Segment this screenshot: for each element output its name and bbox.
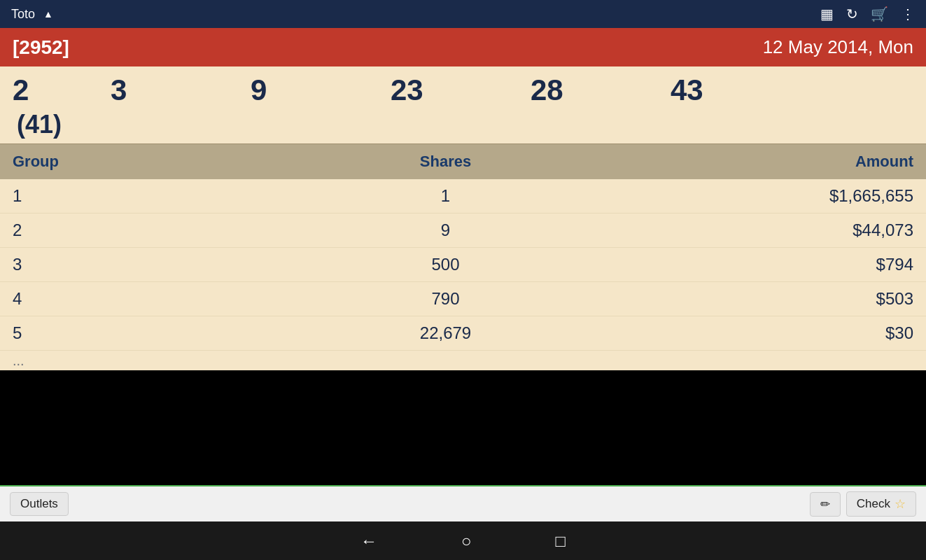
number-4: 23 — [391, 74, 531, 107]
action-bar: Outlets ✏ Check ☆ — [0, 485, 926, 522]
table-row-partial: ... — [0, 351, 926, 370]
menu-icon[interactable]: ⋮ — [901, 6, 915, 22]
cell-shares-3: 500 — [153, 255, 738, 274]
cell-group-2: 2 — [13, 220, 153, 240]
header-bar: [2952] 12 May 2014, Mon — [0, 28, 926, 66]
number-2: 3 — [111, 74, 251, 107]
cell-shares-4: 790 — [153, 289, 738, 309]
cell-amount-4: $503 — [738, 289, 913, 309]
cart-icon[interactable]: 🛒 — [871, 6, 888, 22]
home-nav-icon[interactable]: ○ — [461, 531, 472, 551]
draw-id: [2952] — [13, 36, 69, 59]
back-nav-icon[interactable]: ← — [360, 531, 377, 551]
col-group-header: Group — [13, 153, 153, 171]
signal-icon: ▲ — [43, 8, 53, 20]
table-row: 5 22,679 $30 — [0, 316, 926, 351]
table-header: Group Shares Amount — [0, 144, 926, 179]
star-icon: ☆ — [895, 496, 906, 512]
cell-amount-5: $30 — [738, 323, 913, 343]
android-nav: ← ○ □ — [0, 522, 926, 560]
refresh-icon[interactable]: ↻ — [846, 6, 858, 22]
calendar-icon[interactable]: ▦ — [820, 6, 834, 22]
number-3: 9 — [251, 74, 391, 107]
main-numbers: 2 3 9 23 28 43 — [13, 74, 913, 107]
cell-amount-3: $794 — [738, 255, 913, 274]
outlets-button[interactable]: Outlets — [10, 492, 69, 516]
number-1: 2 — [13, 74, 111, 107]
content-area: 2 3 9 23 28 43 (41) Group Shares Amount … — [0, 66, 926, 485]
draw-date: 12 May 2014, Mon — [763, 36, 913, 58]
cell-group-1: 1 — [13, 186, 153, 206]
cell-group-3: 3 — [13, 255, 153, 274]
edit-icon: ✏ — [820, 497, 830, 512]
cell-amount-1: $1,665,655 — [738, 186, 913, 206]
col-amount-header: Amount — [738, 153, 913, 171]
cell-amount-2: $44,073 — [738, 220, 913, 240]
app-title: Toto — [11, 7, 35, 22]
edit-button[interactable]: ✏ — [810, 492, 841, 517]
table-row: 4 790 $503 — [0, 282, 926, 316]
status-bar: Toto ▲ ▦ ↻ 🛒 ⋮ — [0, 0, 926, 28]
extra-number: (41) — [13, 110, 913, 139]
table-row: 1 1 $1,665,655 — [0, 179, 926, 214]
cell-shares-5: 22,679 — [153, 323, 738, 343]
number-5: 28 — [531, 74, 671, 107]
table-body: 1 1 $1,665,655 2 9 $44,073 3 500 $794 4 … — [0, 179, 926, 370]
number-6: 43 — [671, 74, 811, 107]
partial-group: ... — [13, 353, 153, 369]
col-shares-header: Shares — [153, 153, 738, 171]
cell-group-5: 5 — [13, 323, 153, 343]
table-row: 2 9 $44,073 — [0, 214, 926, 248]
check-button[interactable]: Check ☆ — [846, 491, 916, 517]
recent-nav-icon[interactable]: □ — [556, 531, 566, 551]
cell-shares-1: 1 — [153, 186, 738, 206]
cell-group-4: 4 — [13, 289, 153, 309]
cell-shares-2: 9 — [153, 220, 738, 240]
table-row: 3 500 $794 — [0, 248, 926, 282]
numbers-area: 2 3 9 23 28 43 (41) — [0, 66, 926, 144]
